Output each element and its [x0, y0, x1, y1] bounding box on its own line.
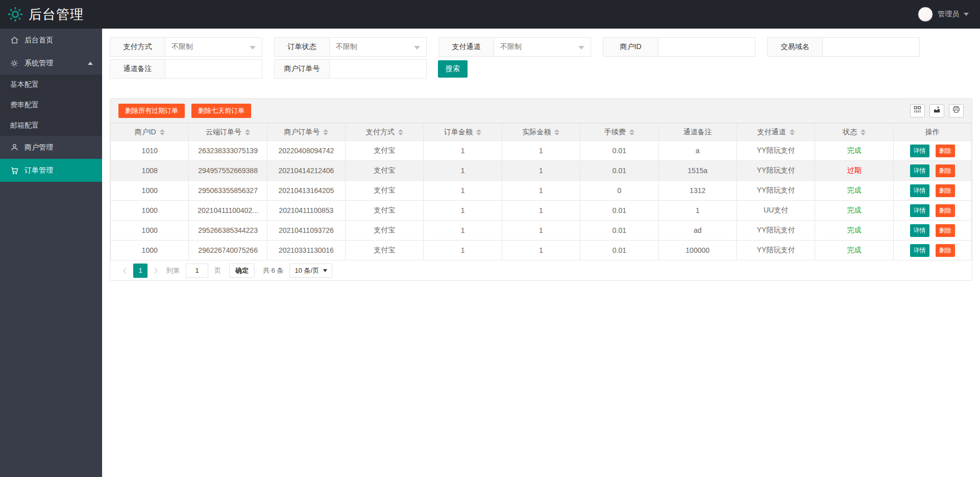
col-order-amount[interactable]: 订单金额: [424, 124, 502, 141]
merchant-id-input[interactable]: [658, 38, 755, 56]
cell-actual-amount: 1: [502, 221, 580, 241]
select-value: 不限制: [172, 42, 193, 52]
delete-expired-orders-button[interactable]: 删除所有过期订单: [118, 104, 185, 118]
sidebar-item-basic-config[interactable]: 基本配置: [0, 75, 102, 95]
cell-channel-remark: ad: [658, 221, 737, 241]
cell-actions: 详情 删除: [893, 221, 971, 241]
goto-page-input[interactable]: [186, 264, 208, 278]
cell-actions: 详情 删除: [893, 201, 971, 221]
cell-pay-method: 支付宝: [346, 181, 424, 201]
user-menu[interactable]: 管理员: [918, 7, 980, 22]
sort-icon[interactable]: [323, 129, 328, 135]
cell-actual-amount: 1: [502, 201, 580, 221]
filter-label: 订单状态: [275, 38, 330, 56]
cell-pay-method: 支付宝: [346, 241, 424, 260]
cell-fee: 0.01: [580, 201, 658, 221]
cell-actions: 详情 删除: [893, 241, 971, 260]
sidebar-item-home[interactable]: 后台首页: [0, 29, 102, 52]
delete-button[interactable]: 删除: [936, 224, 955, 237]
chevron-down-icon: [323, 269, 327, 274]
delete-week-old-orders-button[interactable]: 删除七天前订单: [191, 104, 251, 118]
trade-domain-input[interactable]: [823, 38, 919, 56]
detail-button[interactable]: 详情: [910, 145, 929, 157]
cell-order-amount: 1: [424, 161, 502, 181]
columns-filter-button[interactable]: [910, 104, 925, 117]
col-actual-amount[interactable]: 实际金额: [502, 124, 580, 141]
col-merchant-id[interactable]: 商户ID: [111, 124, 189, 141]
detail-button[interactable]: 详情: [910, 184, 929, 197]
search-button[interactable]: 搜索: [438, 60, 468, 78]
sort-icon[interactable]: [861, 129, 866, 135]
delete-button[interactable]: 删除: [936, 204, 955, 217]
print-button[interactable]: [949, 104, 964, 117]
channel-remark-input[interactable]: [165, 60, 262, 78]
cell-actions: 详情 删除: [893, 161, 971, 181]
cell-fee: 0.01: [580, 141, 658, 161]
gear-logo-icon: [7, 6, 23, 22]
pay-channel-select[interactable]: 不限制: [494, 38, 591, 56]
cell-pay-channel: YY陪玩支付: [737, 241, 815, 260]
sort-icon[interactable]: [554, 129, 559, 135]
detail-button[interactable]: 详情: [910, 164, 929, 177]
export-button[interactable]: [929, 104, 944, 117]
sidebar-item-rate-config[interactable]: 费率配置: [0, 95, 102, 115]
page-size-select[interactable]: 10 条/页: [289, 264, 332, 278]
cell-merchant-order-no: 20210414212406: [267, 161, 345, 181]
cell-actual-amount: 1: [502, 241, 580, 260]
filter-label: 支付通道: [439, 38, 494, 56]
sidebar-item-label: 费率配置: [10, 101, 39, 110]
col-merchant-order-no[interactable]: 商户订单号: [267, 124, 345, 141]
sort-icon[interactable]: [398, 129, 403, 135]
detail-button[interactable]: 详情: [910, 204, 929, 217]
filter-merchant-id: 商户ID: [603, 37, 755, 57]
cell-pay-channel: YY陪玩支付: [737, 161, 815, 181]
cell-order-amount: 1: [424, 201, 502, 221]
col-fee[interactable]: 手续费: [580, 124, 658, 141]
sort-icon[interactable]: [790, 129, 795, 135]
col-pay-channel[interactable]: 支付通道: [737, 124, 815, 141]
cell-order-amount: 1: [424, 141, 502, 161]
sort-icon[interactable]: [476, 129, 481, 135]
col-cloud-order-no[interactable]: 云端订单号: [189, 124, 267, 141]
sort-icon[interactable]: [160, 129, 165, 135]
top-header: 后台管理 管理员: [0, 0, 980, 29]
sidebar-item-label: 订单管理: [24, 166, 53, 175]
col-status[interactable]: 状态: [815, 124, 893, 141]
filter-row-2: 通道备注 商户订单号 搜索: [110, 59, 972, 79]
chevron-down-icon: [578, 46, 584, 53]
order-status-select[interactable]: 不限制: [330, 38, 426, 56]
goto-suffix-label: 页: [214, 266, 221, 275]
sidebar-item-system[interactable]: 系统管理: [0, 52, 102, 75]
col-pay-method[interactable]: 支付方式: [346, 124, 424, 141]
table-row: 1008 294957552669388 20210414212406 支付宝 …: [111, 161, 972, 181]
detail-button[interactable]: 详情: [910, 244, 929, 257]
delete-button[interactable]: 删除: [936, 164, 955, 177]
cell-channel-remark: 1515a: [658, 161, 737, 181]
sidebar-item-orders[interactable]: 订单管理: [0, 159, 102, 182]
cell-pay-method: 支付宝: [346, 141, 424, 161]
delete-button[interactable]: 删除: [936, 184, 955, 197]
cell-merchant-id: 1010: [111, 141, 189, 161]
delete-button[interactable]: 删除: [936, 244, 955, 257]
sidebar: 后台首页 系统管理 基本配置 费率配置 邮箱配置: [0, 29, 102, 477]
detail-button[interactable]: 详情: [910, 224, 929, 237]
next-page-button[interactable]: [150, 267, 162, 274]
sidebar-item-merchants[interactable]: 商户管理: [0, 136, 102, 159]
current-page[interactable]: 1: [133, 264, 148, 278]
filter-pay-channel: 支付通道 不限制: [438, 37, 591, 57]
status-badge: 完成: [815, 241, 893, 260]
merchant-order-no-input[interactable]: [330, 60, 426, 78]
delete-button[interactable]: 删除: [936, 145, 955, 157]
goto-confirm-button[interactable]: 确定: [229, 264, 255, 278]
prev-page-button[interactable]: [118, 267, 131, 274]
pay-method-select[interactable]: 不限制: [165, 38, 262, 56]
sidebar-item-mail-config[interactable]: 邮箱配置: [0, 115, 102, 136]
avatar[interactable]: [918, 7, 933, 22]
cell-merchant-order-no: 20220408094742: [267, 141, 345, 161]
export-icon: [933, 106, 941, 115]
table-row: 1010 263238333075139 20220408094742 支付宝 …: [111, 141, 972, 161]
app-brand: 后台管理: [0, 6, 84, 23]
cell-fee: 0.01: [580, 221, 658, 241]
sort-icon[interactable]: [629, 129, 634, 135]
sort-icon[interactable]: [245, 129, 250, 135]
